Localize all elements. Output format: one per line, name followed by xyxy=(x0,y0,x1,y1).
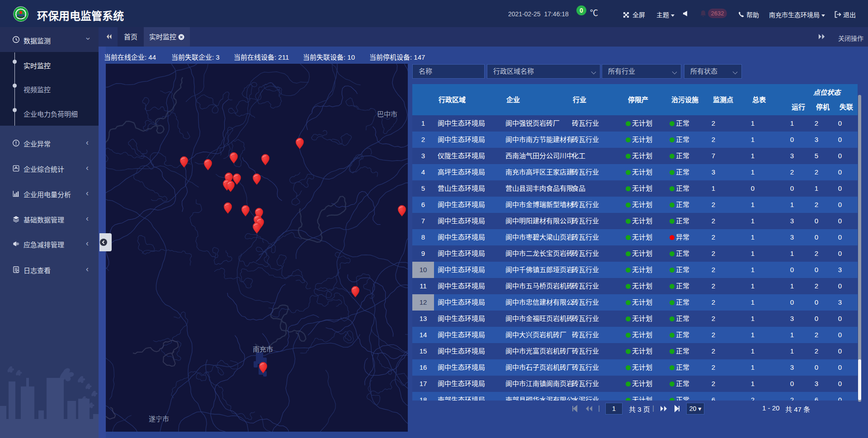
svg-text:遂宁市: 遂宁市 xyxy=(149,415,169,423)
svg-text:南充市: 南充市 xyxy=(253,345,273,353)
svg-text:巴中市: 巴中市 xyxy=(377,110,397,118)
